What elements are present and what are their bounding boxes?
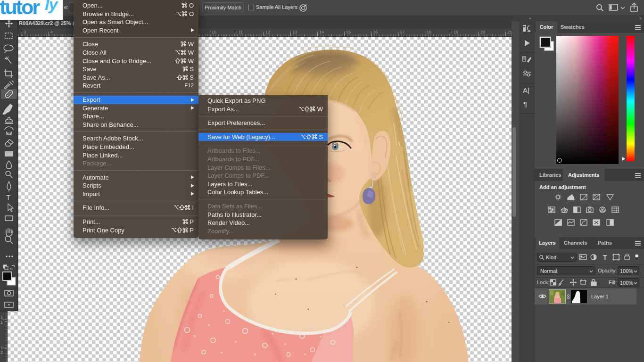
svg-text:A|: A|	[523, 86, 529, 94]
svg-text:T: T	[6, 193, 10, 201]
svg-text:T: T	[603, 254, 607, 261]
svg-text:¶: ¶	[523, 100, 527, 108]
